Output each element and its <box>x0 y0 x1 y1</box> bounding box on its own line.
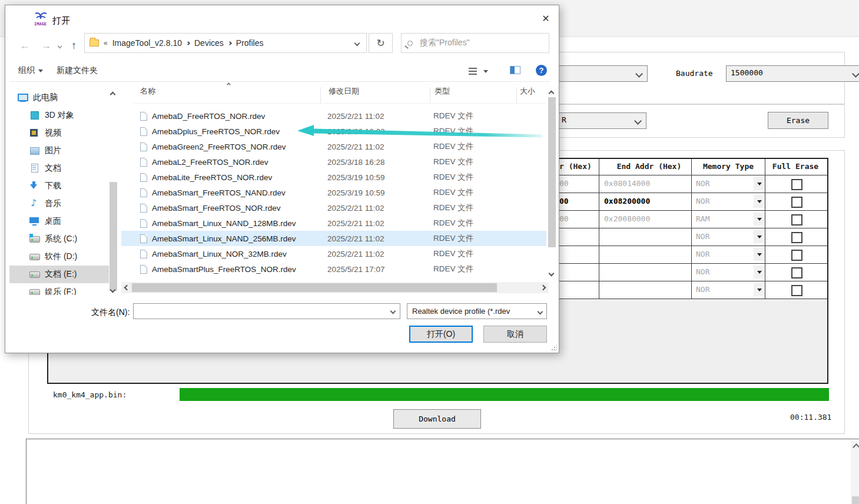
view-mode-icon[interactable] <box>469 68 477 75</box>
file-name[interactable]: AmebaSmart_FreeRTOS_NOR.rdev <box>152 204 281 213</box>
scroll-up-icon[interactable] <box>110 92 116 98</box>
memory-type-cell[interactable]: NOR <box>696 285 709 294</box>
view-mode-dropdown-icon[interactable] <box>483 70 488 73</box>
full-erase-checkbox[interactable] <box>791 214 802 226</box>
file-name[interactable]: AmebaD_FreeRTOS_NOR.rdev <box>152 112 265 121</box>
file-row[interactable]: AmebaLite_FreeRTOS_NOR.rdev 2025/3/19 10… <box>121 170 546 185</box>
file-row[interactable]: AmebaSmart_FreeRTOS_NOR.rdev 2025/2/21 1… <box>121 200 546 215</box>
file-row[interactable]: AmebaDplus_FreeRTOS_NOR.rdev 2025/2/26 1… <box>121 124 546 139</box>
preview-pane-icon[interactable] <box>510 66 520 74</box>
log-scrollbar[interactable] <box>851 440 859 504</box>
sidebar-item[interactable]: 系统 (C:) <box>9 230 110 248</box>
help-icon[interactable]: ? <box>536 65 547 76</box>
file-row[interactable]: AmebaSmart_FreeRTOS_NAND.rdev 2025/3/19 … <box>121 185 546 200</box>
file-row[interactable]: AmebaSmart_Linux_NAND_128MB.rdev 2025/2/… <box>121 215 546 231</box>
erase-button[interactable]: Erase <box>768 112 828 129</box>
memory-type-cell[interactable]: NOR <box>696 232 709 241</box>
memory-type-cell[interactable]: NOR <box>696 179 709 188</box>
nav-forward-button[interactable]: → <box>41 39 51 52</box>
sidebar-item[interactable]: 文档 (E:) <box>9 266 110 283</box>
start-addr-cell[interactable]: 00 <box>559 197 569 205</box>
sidebar-item[interactable]: 下载 <box>9 177 110 195</box>
search-input[interactable]: 搜索"Profiles" <box>401 33 549 53</box>
log-scroll-thumb[interactable] <box>852 496 859 504</box>
breadcrumb-overflow[interactable]: « <box>104 39 108 47</box>
start-addr-cell[interactable]: 00 <box>559 214 569 223</box>
refresh-button[interactable]: ↻ <box>369 33 393 53</box>
breadcrumb-segment[interactable]: Profiles <box>236 38 264 48</box>
column-header-size[interactable]: 大小 <box>520 86 535 97</box>
sidebar-item[interactable]: 3D 对象 <box>9 107 110 124</box>
nav-history-chevron-icon[interactable] <box>58 44 62 49</box>
full-erase-checkbox[interactable] <box>791 250 802 261</box>
full-erase-checkbox[interactable] <box>791 267 802 278</box>
end-addr-cell[interactable]: 0x08200000 <box>604 197 650 205</box>
file-type-select[interactable]: Realtek device profile (*.rdev <box>407 303 547 319</box>
scroll-up-icon[interactable] <box>549 91 555 97</box>
file-name[interactable]: AmebaGreen2_FreeRTOS_NOR.rdev <box>152 142 286 151</box>
nav-up-button[interactable]: ↑ <box>71 39 77 52</box>
memory-type-dropdown[interactable] <box>754 266 765 278</box>
scroll-right-icon[interactable] <box>540 285 546 291</box>
sidebar-item[interactable]: 音乐 <box>9 195 110 213</box>
end-addr-cell[interactable]: 0x08014000 <box>604 179 650 188</box>
baudrate-combo[interactable]: 1500000 <box>726 65 859 82</box>
filelist-scrollbar[interactable] <box>547 88 557 282</box>
scroll-down-icon[interactable] <box>549 271 555 277</box>
file-name[interactable]: AmebaSmart_FreeRTOS_NAND.rdev <box>152 188 286 197</box>
resize-grip-icon[interactable] <box>551 345 557 351</box>
breadcrumb-segment[interactable]: ImageTool_v2.8.10 <box>112 38 182 48</box>
file-name[interactable]: AmebaSmart_Linux_NAND_128MB.rdev <box>152 219 296 228</box>
cancel-button[interactable]: 取消 <box>483 326 547 343</box>
sidebar-item[interactable]: 文档 <box>9 160 110 177</box>
file-row[interactable]: AmebaGreen2_FreeRTOS_NOR.rdev 2025/2/21 … <box>121 139 546 154</box>
file-row[interactable]: AmebaL2_FreeRTOS_NOR.rdev 2025/3/18 16:2… <box>121 154 546 170</box>
column-header-date[interactable]: 修改日期 <box>329 86 359 97</box>
download-button[interactable]: Download <box>393 409 481 429</box>
sidebar-item[interactable]: 视频 <box>9 124 110 142</box>
new-folder-button[interactable]: 新建文件夹 <box>57 65 98 76</box>
sidebar-scrollbar[interactable] <box>109 88 118 295</box>
sidebar-item[interactable]: 娱乐 (F:) <box>9 283 110 295</box>
memory-type-dropdown[interactable] <box>754 283 765 296</box>
memory-type-dropdown[interactable] <box>754 177 765 190</box>
open-button[interactable]: 打开(O) <box>409 326 473 343</box>
filelist-scroll-thumb[interactable] <box>548 97 556 247</box>
breadcrumb[interactable]: « ImageTool_v2.8.10 Devices Profiles <box>84 33 367 53</box>
file-name[interactable]: AmebaSmartPlus_FreeRTOS_NOR.rdev <box>152 265 296 274</box>
sidebar-item[interactable]: 软件 (D:) <box>9 248 110 266</box>
breadcrumb-dropdown-icon[interactable] <box>354 41 360 47</box>
memory-type-dropdown[interactable] <box>754 213 765 226</box>
column-header-type[interactable]: 类型 <box>435 86 450 97</box>
full-erase-checkbox[interactable] <box>791 179 802 190</box>
memory-type-dropdown[interactable] <box>754 248 765 261</box>
nav-back-button[interactable]: ← <box>19 39 30 52</box>
sidebar-scroll-thumb[interactable] <box>110 182 117 291</box>
start-addr-cell[interactable]: 00 <box>559 179 569 188</box>
close-icon[interactable]: ✕ <box>538 10 554 26</box>
filename-input[interactable] <box>133 303 400 319</box>
file-name[interactable]: AmebaDplus_FreeRTOS_NOR.rdev <box>152 127 280 136</box>
organize-menu[interactable]: 组织 <box>18 65 43 76</box>
memory-type-cell[interactable]: NOR <box>696 250 709 258</box>
column-header-name[interactable]: 名称 <box>140 86 155 97</box>
log-console[interactable] <box>26 439 859 504</box>
scroll-up-icon[interactable] <box>853 443 859 451</box>
file-row[interactable]: AmebaSmart_Linux_NOR_32MB.rdev 2025/2/21… <box>121 246 546 261</box>
full-erase-checkbox[interactable] <box>791 197 802 208</box>
file-name[interactable]: AmebaL2_FreeRTOS_NOR.rdev <box>152 158 268 167</box>
full-erase-checkbox[interactable] <box>791 232 802 243</box>
file-row[interactable]: AmebaSmart_Linux_NAND_256MB.rdev 2025/2/… <box>121 231 546 246</box>
file-row[interactable]: AmebaSmartPlus_FreeRTOS_NOR.rdev 2025/5/… <box>121 261 546 277</box>
sidebar-item[interactable]: 图片 <box>9 142 110 160</box>
end-addr-cell[interactable]: 0x20080000 <box>604 214 650 223</box>
filelist-hscrollbar[interactable] <box>121 282 549 293</box>
sidebar-item[interactable]: 桌面 <box>9 213 110 230</box>
breadcrumb-segment[interactable]: Devices <box>194 38 224 48</box>
full-erase-checkbox[interactable] <box>791 285 802 296</box>
memory-type-cell[interactable]: RAM <box>696 214 709 223</box>
file-row[interactable]: AmebaD_FreeRTOS_NOR.rdev 2025/2/21 11:02… <box>121 108 546 124</box>
file-name[interactable]: AmebaSmart_Linux_NAND_256MB.rdev <box>152 234 296 243</box>
memory-type-dropdown[interactable] <box>754 195 765 208</box>
memory-type-dropdown[interactable] <box>754 230 765 243</box>
